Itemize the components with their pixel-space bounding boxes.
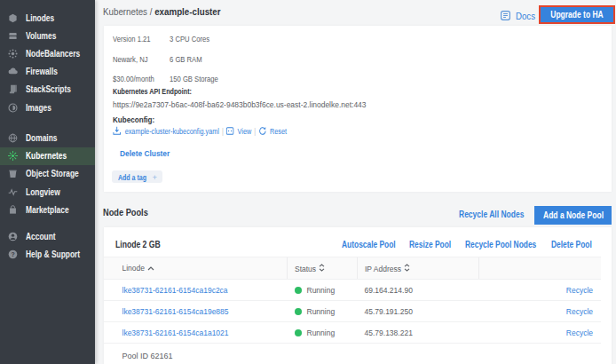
svg-text:?: ?	[11, 251, 14, 257]
